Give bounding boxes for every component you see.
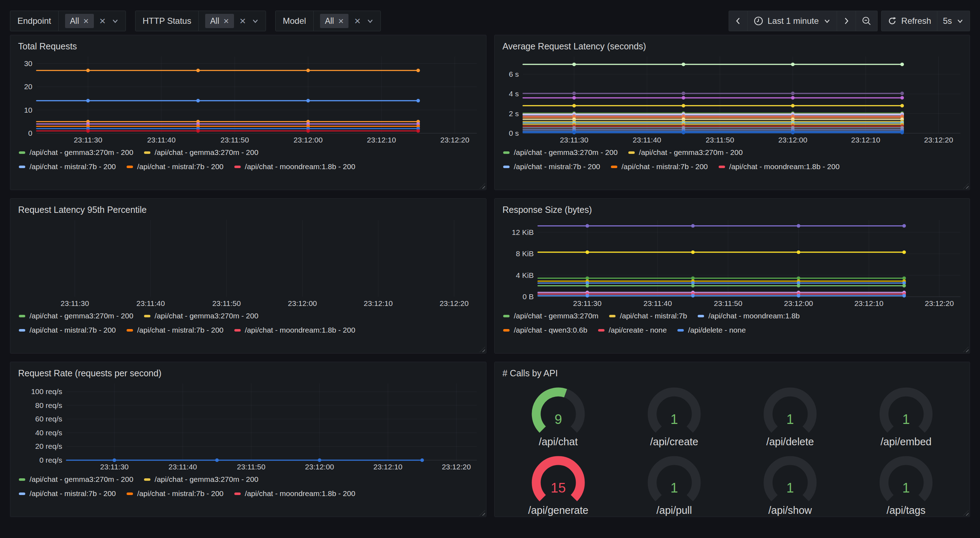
legend-item[interactable]: /api/chat - qwen3:0.6b <box>503 326 587 334</box>
svg-text:23:12:00: 23:12:00 <box>305 463 334 471</box>
total-requests-chart[interactable]: 010203023:11:3023:11:4023:11:5023:12:002… <box>16 54 480 145</box>
filter-value-area[interactable]: All × × <box>59 11 126 31</box>
gauge: 1/api/pull <box>616 454 732 516</box>
panel-resize-handle[interactable] <box>480 510 485 516</box>
chevron-down-icon[interactable] <box>251 17 259 25</box>
legend-item[interactable]: /api/chat - mistral:7b - 200 <box>127 162 224 171</box>
chevron-down-icon[interactable] <box>366 17 374 25</box>
legend-row: /api/chat - mistral:7b - 200/api/chat - … <box>19 489 480 498</box>
svg-text:23:11:40: 23:11:40 <box>643 299 672 307</box>
legend-item[interactable]: /api/chat - gemma3:270m - 200 <box>19 312 134 320</box>
svg-text:100 req/s: 100 req/s <box>31 387 62 395</box>
panel-title[interactable]: # Calls by API <box>500 367 964 380</box>
time-shift-back-button[interactable] <box>729 11 748 31</box>
filter-value-area[interactable]: All × × <box>313 11 380 31</box>
svg-text:0: 0 <box>28 129 32 137</box>
filter-http-status: HTTP Status All × × <box>135 11 266 31</box>
filter-chip-text: All <box>210 16 220 26</box>
legend-color-chip <box>19 329 25 332</box>
legend-item[interactable]: /api/chat - mistral:7b - 200 <box>19 162 116 171</box>
remove-value-icon[interactable]: × <box>224 16 229 25</box>
svg-text:0 req/s: 0 req/s <box>40 456 62 464</box>
legend-item[interactable]: /api/delete - none <box>678 326 746 334</box>
legend-item[interactable]: /api/chat - gemma3:270m - 200 <box>144 475 259 484</box>
clear-filter-icon[interactable]: × <box>240 16 246 26</box>
svg-text:23:11:50: 23:11:50 <box>212 299 241 307</box>
legend-item[interactable]: /api/chat - mistral:7b - 200 <box>503 162 600 171</box>
panel-resize-handle[interactable] <box>480 183 485 189</box>
panel-title[interactable]: Response Size (bytes) <box>500 203 964 216</box>
template-variable-filters: Endpoint All × × HTTP Status All × × <box>10 11 381 31</box>
dashboard-toolbar: Endpoint All × × HTTP Status All × × <box>0 0 980 35</box>
svg-text:23:11:30: 23:11:30 <box>73 136 102 144</box>
legend-color-chip <box>503 329 509 332</box>
legend-item[interactable]: /api/chat - mistral:7b - 200 <box>127 489 224 498</box>
legend-color-chip <box>698 315 704 317</box>
legend-item[interactable]: /api/chat - mistral:7b - 200 <box>127 326 224 334</box>
legend-item[interactable]: /api/chat - moondream:1.8b - 200 <box>719 162 840 171</box>
legend-item[interactable]: /api/create - none <box>598 326 667 334</box>
request-rate-chart[interactable]: 0 req/s20 req/s40 req/s60 req/s80 req/s1… <box>16 381 480 472</box>
legend-item[interactable]: /api/chat - moondream:1.8b - 200 <box>234 162 356 171</box>
gauge-label: /api/create <box>650 436 698 448</box>
clear-filter-icon[interactable]: × <box>100 16 106 26</box>
svg-text:23:11:50: 23:11:50 <box>237 463 265 471</box>
filter-chip[interactable]: All × <box>205 14 234 28</box>
legend-item[interactable]: /api/chat - gemma3:270m - 200 <box>19 475 134 484</box>
svg-text:23:11:30: 23:11:30 <box>560 136 588 144</box>
svg-text:23:12:10: 23:12:10 <box>373 463 402 471</box>
legend-item[interactable]: /api/chat - gemma3:270m - 200 <box>503 148 618 157</box>
legend-item[interactable]: /api/chat - mistral:7b <box>609 312 687 320</box>
legend-item[interactable]: /api/chat - moondream:1.8b - 200 <box>234 489 356 498</box>
panel-total-requests: Total Requests 010203023:11:3023:11:4023… <box>10 35 487 190</box>
filter-value-area[interactable]: All × × <box>199 11 266 31</box>
panel-title[interactable]: Request Latency 95th Percentile <box>16 203 480 216</box>
refresh-button[interactable]: Refresh <box>881 11 937 31</box>
legend-item[interactable]: /api/chat - moondream:1.8b <box>698 312 800 320</box>
panel-resize-handle[interactable] <box>963 347 969 352</box>
response-size-chart[interactable]: 0 B4 KiB8 KiB12 KiB23:11:3023:11:4023:11… <box>500 217 964 309</box>
legend-item[interactable]: /api/chat - moondream:1.8b - 200 <box>234 326 356 334</box>
gauge: 1/api/create <box>616 385 732 448</box>
legend-item[interactable]: /api/chat - gemma3:270m - 200 <box>628 148 743 157</box>
panel-title[interactable]: Average Request Latency (seconds) <box>500 40 964 53</box>
legend-item[interactable]: /api/chat - mistral:7b - 200 <box>19 489 116 498</box>
filter-chip[interactable]: All × <box>65 14 94 28</box>
gauge-value: 1 <box>902 481 910 495</box>
legend-item[interactable]: /api/chat - gemma3:270m - 200 <box>19 148 134 157</box>
refresh-group: Refresh 5s <box>881 11 970 31</box>
filter-endpoint: Endpoint All × × <box>10 11 126 31</box>
svg-text:23:12:10: 23:12:10 <box>364 299 393 307</box>
time-range-picker-button[interactable]: Last 1 minute <box>748 11 837 31</box>
legend-label: /api/chat - gemma3:270m - 200 <box>155 148 259 157</box>
chevron-left-icon <box>735 17 742 25</box>
chevron-down-icon <box>823 17 831 25</box>
zoom-out-button[interactable] <box>856 11 878 31</box>
filter-chip[interactable]: All × <box>320 14 349 28</box>
time-shift-forward-button[interactable] <box>837 11 856 31</box>
panel-resize-handle[interactable] <box>963 183 969 189</box>
legend-item[interactable]: /api/chat - gemma3:270m <box>503 312 598 320</box>
legend-label: /api/delete - none <box>688 326 746 334</box>
svg-text:60 req/s: 60 req/s <box>35 415 62 423</box>
refresh-interval-button[interactable]: 5s <box>937 11 970 31</box>
gauge-label: /api/delete <box>766 436 814 448</box>
panel-title[interactable]: Request Rate (requests per second) <box>16 367 480 380</box>
chevron-down-icon[interactable] <box>111 17 119 25</box>
legend-color-chip <box>144 315 150 317</box>
gauge-label: /api/tags <box>886 505 926 516</box>
average-request-latency-chart[interactable]: 0 s2 s4 s6 s23:11:3023:11:4023:11:5023:1… <box>500 54 964 145</box>
request-latency-95th-chart[interactable]: 23:11:3023:11:4023:11:5023:12:0023:12:10… <box>16 217 480 309</box>
gauge-arc: 9 <box>528 385 589 435</box>
legend-item[interactable]: /api/chat - mistral:7b - 200 <box>611 162 708 171</box>
remove-value-icon[interactable]: × <box>338 16 344 25</box>
clear-filter-icon[interactable]: × <box>354 16 361 26</box>
panel-resize-handle[interactable] <box>480 347 485 352</box>
legend-item[interactable]: /api/chat - gemma3:270m - 200 <box>144 312 259 320</box>
panel-resize-handle[interactable] <box>963 510 969 516</box>
legend-item[interactable]: /api/chat - gemma3:270m - 200 <box>144 148 259 157</box>
legend-item[interactable]: /api/chat - mistral:7b - 200 <box>19 326 116 334</box>
remove-value-icon[interactable]: × <box>83 16 89 25</box>
panel-title[interactable]: Total Requests <box>16 40 480 53</box>
legend-row: /api/chat - gemma3:270m - 200/api/chat -… <box>19 312 480 320</box>
